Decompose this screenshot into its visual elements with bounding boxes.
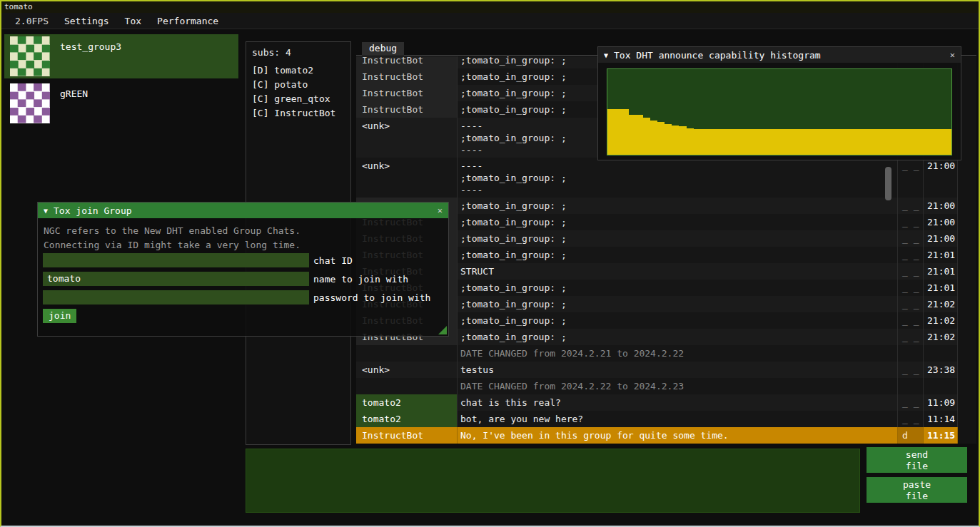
collapse-icon[interactable]: ▼ [604, 51, 608, 59]
histogram-bar [758, 129, 765, 155]
chat-sender: tomato2 [356, 411, 458, 427]
chat-row-filler [958, 296, 976, 312]
chat-row[interactable]: InstructBot ;tomato_in_group: ; _ _ 21:0… [356, 198, 976, 214]
chat-row[interactable]: InstructBot STRUCT _ _ 21:01 [356, 263, 976, 280]
chat-status-flags: _ _ [898, 230, 924, 247]
chat-timestamp: 11:09 [924, 394, 958, 411]
menu-item-performance[interactable]: Performance [149, 13, 226, 29]
chat-timestamp [924, 345, 958, 362]
chat-row[interactable]: DATE CHANGED from 2024.2.21 to 2024.2.22 [356, 345, 976, 362]
join-field-row: chat ID [43, 253, 353, 267]
chat-status-flags: _ _ [898, 158, 924, 198]
histogram-bar [930, 129, 937, 155]
histogram-bar [737, 129, 744, 155]
chat-row[interactable]: InstructBot ;tomato_in_group: ; _ _ 21:0… [356, 312, 976, 329]
chat-message: testus [458, 362, 898, 378]
close-icon[interactable]: ✕ [950, 47, 955, 63]
chat-row[interactable]: <unk> testus _ _ 23:38 [356, 362, 976, 378]
histogram-bar [772, 129, 779, 155]
chat-row-filler [958, 427, 976, 444]
chat-row[interactable]: InstructBot ;tomato_in_group: ; _ _ 21:0… [356, 296, 976, 312]
chat-row-filler [958, 214, 976, 230]
histogram-bar [794, 129, 801, 155]
chat-timestamp: 23:38 [924, 362, 958, 378]
chat-row[interactable]: InstructBot ;tomato_in_group: ; _ _ 21:0… [356, 280, 976, 296]
send-file-button[interactable]: send file [867, 447, 967, 473]
histogram-window-titlebar[interactable]: ▼ Tox DHT announce capability histogram … [598, 47, 961, 63]
histogram-bar [765, 129, 772, 155]
chat-row-filler [958, 378, 976, 394]
join-input[interactable]: tomato [43, 272, 309, 286]
chat-row[interactable]: tomato2 chat is this real? _ _ 11:09 [356, 394, 976, 411]
contact-name: test_group3 [60, 41, 121, 78]
collapse-icon[interactable]: ▼ [44, 207, 48, 215]
histogram-bar [744, 129, 751, 155]
chat-row[interactable]: InstructBot ;tomato_in_group: ; _ _ 21:0… [356, 230, 976, 247]
chat-scrollbar-handle[interactable] [885, 167, 891, 200]
histogram-bar [901, 129, 909, 155]
chat-message: No, I've been in this group for quite so… [458, 427, 898, 444]
close-icon[interactable]: ✕ [438, 203, 443, 218]
chat-row[interactable]: InstructBot ;tomato_in_group: ; _ _ 21:0… [356, 214, 976, 230]
chat-sender: InstructBot [356, 56, 458, 68]
join-button[interactable]: join [43, 309, 76, 323]
histogram-bar [937, 129, 944, 155]
roster-member[interactable]: [C] green_qtox [246, 92, 350, 106]
chat-sender: InstructBot [356, 85, 458, 101]
chat-row-filler [958, 230, 976, 247]
chat-sender: <unk> [356, 118, 458, 158]
chat-timestamp: 21:02 [924, 296, 958, 312]
join-window-titlebar[interactable]: ▼ Tox join Group ✕ [38, 203, 448, 218]
paste-file-button[interactable]: paste file [867, 477, 967, 503]
chat-row[interactable]: InstructBot ;tomato_in_group: ; _ _ 21:0… [356, 329, 976, 345]
chat-timestamp: 11:14 [924, 411, 958, 427]
chat-row[interactable]: DATE CHANGED from 2024.2.22 to 2024.2.23 [356, 378, 976, 394]
histogram-bar [708, 129, 715, 155]
chat-message: ;tomato_in_group: ; [458, 280, 898, 296]
chat-sender [356, 345, 458, 362]
chat-row[interactable]: InstructBot No, I've been in this group … [356, 427, 976, 444]
histogram-bar [722, 129, 729, 155]
join-field-row: tomato name to join with [43, 272, 408, 286]
chat-row-filler [958, 198, 976, 214]
chat-message: bot, are you new here? [458, 411, 898, 427]
menu-item-tox[interactable]: Tox [117, 13, 149, 29]
roster-member[interactable]: [D] tomato2 [246, 63, 350, 78]
histogram-bar [894, 129, 901, 155]
chat-row-filler [958, 362, 976, 378]
chat-message: DATE CHANGED from 2024.2.21 to 2024.2.22 [458, 345, 898, 362]
chat-row[interactable]: <unk> ---- ;tomato_in_group: ; ---- _ _ … [356, 158, 976, 198]
contact-item[interactable]: test_group3 [4, 34, 238, 78]
join-input[interactable] [43, 290, 309, 305]
chat-message: DATE CHANGED from 2024.2.22 to 2024.2.23 [458, 378, 898, 394]
chat-row[interactable]: InstructBot ;tomato_in_group: ; _ _ 21:0… [356, 247, 976, 263]
chat-sender: InstructBot [356, 101, 458, 118]
menu-item-settings[interactable]: Settings [56, 13, 117, 29]
roster-member[interactable]: [C] potato [246, 78, 350, 92]
chat-message: ;tomato_in_group: ; [458, 198, 898, 214]
chat-status-flags [898, 378, 924, 394]
join-input[interactable] [43, 253, 309, 267]
histogram-bars [607, 69, 951, 155]
chat-message: ---- ;tomato_in_group: ; ---- [458, 158, 898, 198]
histogram-bar [607, 109, 615, 155]
app-window: tomato 2.0FPS SettingsToxPerformance tes… [0, 0, 980, 527]
chat-status-flags: _ _ [898, 263, 924, 280]
histogram-bar [815, 129, 822, 155]
chat-row[interactable]: tomato2 bot, are you new here? _ _ 11:14 [356, 411, 976, 427]
contact-item[interactable]: gREEN [4, 81, 238, 126]
contact-name: gREEN [60, 88, 88, 126]
histogram-bar [844, 129, 852, 155]
titlebar: tomato [1, 1, 979, 13]
histogram-bar [852, 129, 859, 155]
tab-debug[interactable]: debug [362, 42, 404, 56]
contact-avatar [10, 83, 50, 123]
chat-timestamp: 21:00 [924, 198, 958, 214]
resize-grip[interactable] [438, 326, 447, 334]
join-field-label: name to join with [313, 274, 408, 285]
roster-member[interactable]: [C] InstructBot [246, 106, 350, 121]
histogram-bar [866, 129, 873, 155]
message-input[interactable] [246, 449, 860, 513]
chat-status-flags: _ _ [898, 411, 924, 427]
histogram-bar [808, 129, 815, 155]
